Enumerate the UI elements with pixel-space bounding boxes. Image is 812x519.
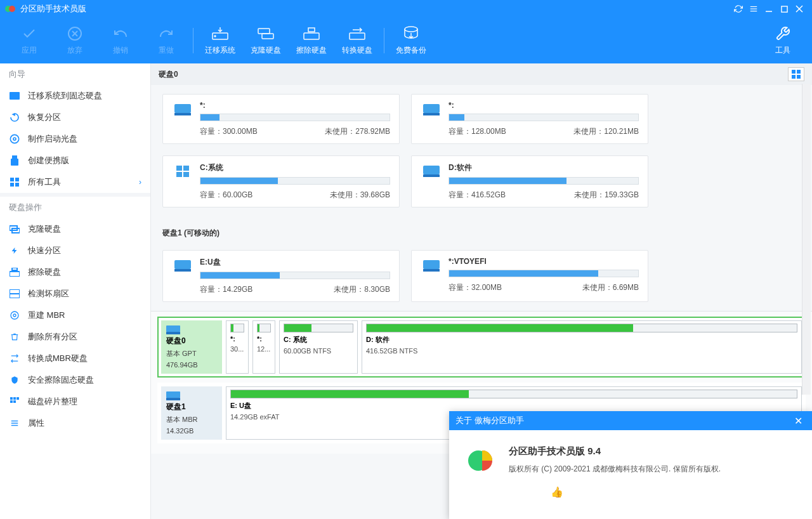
usage-bar [200,114,390,121]
about-titlebar: 关于 傲梅分区助手 ✕ [449,411,812,430]
drive-icon [172,257,193,275]
sidebar-item-migrate-ssd[interactable]: 迁移系统到固态硬盘 [0,85,150,107]
partition-block[interactable]: D: 软件416.52GB NTFS [362,320,802,374]
svg-point-13 [214,36,216,37]
wrench-icon [774,25,792,43]
sidebar-item-defrag[interactable]: 磁盘碎片整理 [0,391,150,412]
maximize-button[interactable] [776,3,792,15]
sidebar-item-deleteall[interactable]: 删除所有分区 [0,326,150,348]
partition-card[interactable]: *:容量：300.00MB未使用：278.92MB [162,94,400,144]
sidebar-item-clone[interactable]: 克隆硬盘 [0,218,150,240]
svg-rect-56 [423,174,440,177]
clone-disk-button[interactable]: 克隆硬盘 [243,22,289,60]
scan-icon [9,288,20,299]
disk0-row[interactable]: 硬盘0 基本 GPT 476.94GB *:30... *:12... C: 系… [157,317,806,378]
grid-icon [9,176,20,188]
about-copyright: 版权所有 (C) 2009-2021 成都傲梅科技有限公司. 保留所有版权. [509,464,721,475]
minimize-button[interactable] [761,3,776,15]
partition-card[interactable]: C:系统容量：60.00GB未使用：39.68GB [162,155,400,207]
sidebar-group-ops: 硬盘操作 [0,197,150,218]
sidebar-group-wizard: 向导 [0,63,150,85]
toolbar: 应用 放弃 撤销 重做 迁移系统 克隆硬盘 擦除硬盘 转换硬盘 免费备份 工具 [0,18,812,63]
redo-icon [157,25,175,43]
menu-button[interactable] [746,3,761,15]
disk1-header: 硬盘1 (可移动的) [151,216,812,241]
sidebar-item-convert-mbr[interactable]: 转换成MBR硬盘 [0,348,150,369]
sidebar-item-wipe[interactable]: 擦除硬盘 [0,261,150,283]
convert-disk-button[interactable]: 转换硬盘 [334,22,380,60]
svg-rect-52 [183,166,189,171]
svg-rect-50 [423,113,440,115]
svg-rect-43 [792,70,796,74]
titlebar: 分区助手技术员版 [0,0,812,18]
sidebar-item-bootdisc[interactable]: 制作启动光盘 [0,128,150,150]
app-logo [5,4,15,14]
chevron-right-icon: › [139,178,141,187]
sidebar-item-rebuild-mbr[interactable]: 重建 MBR [0,305,150,326]
partition-card[interactable]: *:VTOYEFI容量：32.00MB未使用：6.69MB [411,250,648,302]
refresh-button[interactable] [731,3,746,15]
usage-bar [449,270,639,277]
partition-card[interactable]: D:软件容量：416.52GB未使用：159.33GB [411,155,648,207]
about-product: 分区助手技术员版 9.4 [509,445,721,457]
svg-rect-49 [423,104,440,113]
clone-icon [9,223,20,235]
partition-block[interactable]: C: 系统60.00GB NTFS [279,320,358,374]
partition-block[interactable]: *:30... [226,320,249,374]
svg-rect-22 [12,155,17,159]
svg-rect-26 [10,183,14,187]
undo-icon [112,25,129,43]
svg-point-1 [9,6,15,12]
eraser-icon [9,266,20,278]
svg-rect-59 [423,260,440,269]
usb-icon [9,155,20,166]
svg-rect-55 [423,166,440,174]
sidebar-item-badsector[interactable]: 检测坏扇区 [0,283,150,305]
sidebar-item-quickpart[interactable]: 快速分区 [0,240,150,261]
svg-rect-37 [16,397,19,400]
svg-rect-24 [10,178,14,181]
migrate-os-button[interactable]: 迁移系统 [197,22,243,60]
sidebar-item-alltools[interactable]: 所有工具› [0,171,150,193]
partition-block[interactable]: *:12... [252,320,275,374]
svg-point-21 [13,138,16,140]
sidebar-item-recover[interactable]: 恢复分区 [0,107,150,128]
svg-rect-58 [174,269,191,272]
svg-rect-14 [258,29,270,34]
redo-button: 重做 [143,22,189,60]
svg-rect-45 [792,75,796,79]
partition-card[interactable]: *:容量：128.00MB未使用：120.21MB [411,94,648,144]
svg-rect-61 [166,325,180,332]
svg-rect-38 [10,400,13,403]
view-toggle-button[interactable] [788,67,804,81]
about-dialog: 关于 傲梅分区助手 ✕ 分区助手技术员版 9.4 版权所有 (C) 2009-2… [449,411,812,519]
partition-card[interactable]: E:U盘容量：14.29GB未使用：8.30GB [162,250,400,302]
tools-button[interactable]: 工具 [760,22,806,60]
svg-rect-47 [174,104,191,113]
svg-rect-6 [781,6,787,11]
trash-icon [9,331,20,343]
svg-rect-64 [166,398,180,400]
sidebar-item-secure-erase[interactable]: 安全擦除固态硬盘 [0,369,150,391]
separator [384,28,384,53]
scrollbar[interactable] [802,84,811,395]
thumb-icon[interactable]: 👍 [551,486,721,498]
sidebar-item-properties[interactable]: 属性 [0,412,150,434]
wipe-disk-button[interactable]: 擦除硬盘 [289,22,334,60]
svg-rect-35 [10,397,13,400]
usage-bar [449,177,639,185]
backup-button[interactable]: 免费备份 [388,22,434,60]
svg-rect-30 [10,272,20,277]
convert-icon [348,25,366,43]
svg-rect-25 [15,178,19,181]
svg-point-33 [13,314,16,317]
close-button[interactable] [792,3,807,15]
svg-rect-60 [423,269,440,272]
gear-icon [9,310,20,321]
separator [193,28,193,53]
sidebar-item-portable[interactable]: 创建便携版 [0,150,150,171]
about-close-button[interactable]: ✕ [790,415,806,427]
svg-rect-19 [10,92,20,100]
disc-icon [9,133,20,145]
svg-rect-36 [13,397,16,400]
